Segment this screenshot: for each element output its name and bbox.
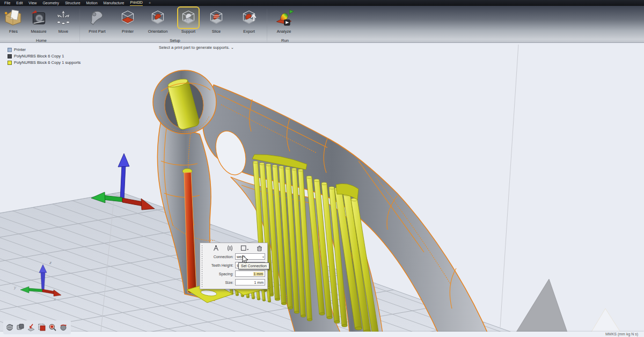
mouse-cursor [242,255,250,264]
menu-view[interactable]: View [28,1,36,6]
move-triad[interactable] [91,153,155,210]
analyze-icon [274,8,294,27]
orientation-icon [148,8,167,27]
volume-edge-right [500,45,518,327]
look-at-icon[interactable] [27,323,35,332]
view-toolbar [3,320,71,334]
rotate-view-icon[interactable] [59,323,68,332]
slice-icon [207,8,226,27]
connection-row: Connection: weak▾ [204,252,267,261]
zoom-window-icon[interactable] [38,323,46,332]
move-icon [54,8,73,27]
support-button[interactable]: Support [174,8,202,34]
measure-icon [29,8,48,27]
slice-button[interactable]: Slice [202,8,230,34]
menu-motion[interactable]: Motion [86,1,98,6]
menu-add-tab[interactable]: + [149,1,151,6]
legend-item-printer[interactable]: Printer [8,47,80,53]
support-icon [179,8,198,27]
legend-item-supports[interactable]: PolyNURBS Block 6 Copy 1 supports [8,60,80,65]
supports-swatch [8,61,12,65]
side-supports-icon[interactable] [226,245,233,252]
print-part-icon [87,8,107,27]
measure-button[interactable]: Measure [25,8,53,34]
group-label-run: Run [281,38,289,43]
size-row: Size: 1 mm [204,278,267,287]
connection-field[interactable]: weak▾ [235,253,265,260]
dialog-drag-handle[interactable] [201,245,203,287]
menu-geometry[interactable]: Geometry [42,1,59,6]
block-swatch [8,54,12,58]
spacing-row: Spacing: 1 mm [204,269,267,278]
printer-swatch [8,48,12,52]
analyze-button[interactable]: Analyze [270,8,298,34]
menu-print3d[interactable]: Print3D [130,0,142,6]
menu-structure[interactable]: Structure [65,1,80,6]
viewport-3d-scene[interactable]: z y x [0,0,644,337]
support-type-icon[interactable] [213,245,219,252]
move-button[interactable]: Move [49,8,77,34]
zoom-icon[interactable] [48,323,57,332]
legend-item-block[interactable]: PolyNURBS Block 6 Copy 1 [8,53,80,59]
guide-hint-text[interactable]: Select a print part to generate supports… [159,45,234,50]
menu-file[interactable]: File [4,1,10,6]
export-button[interactable]: Export [235,8,263,34]
printer-button[interactable]: Printer [114,8,142,34]
model-browser-legend: Printer PolyNURBS Block 6 Copy 1 PolyNUR… [8,47,80,66]
orbit-icon[interactable] [5,323,14,332]
export-icon [239,8,259,27]
triad-z-label: z [49,260,52,265]
menu-manufacture[interactable]: Manufacture [104,1,125,6]
bottom-band [0,332,644,337]
menu-bar: File Edit View Geometry Structure Motion… [0,0,644,6]
ribbon-toolbar: Files Measure Move [0,6,644,43]
pan-icon[interactable] [16,323,25,332]
units-status[interactable]: MMKS (mm kg N s) [605,332,638,336]
menu-edit[interactable]: Edit [16,1,23,6]
spacing-field[interactable]: 1 mm [235,270,265,277]
size-field[interactable]: 1 mm [235,279,265,285]
print-part-button[interactable]: Print Part [83,8,111,34]
region-shape-icon[interactable] [240,245,249,252]
files-button[interactable]: Files [0,8,27,34]
delete-icon[interactable] [256,245,263,252]
corner-wedge [515,279,568,334]
group-label-home: Home [36,38,47,43]
printer-icon [118,8,137,27]
orientation-button[interactable]: Orientation [144,8,172,34]
group-label-setup: Setup [170,38,180,43]
ribbon-separator [267,9,267,42]
files-icon [4,8,23,27]
ribbon-separator [79,9,80,42]
app-window: z y x [0,0,644,337]
